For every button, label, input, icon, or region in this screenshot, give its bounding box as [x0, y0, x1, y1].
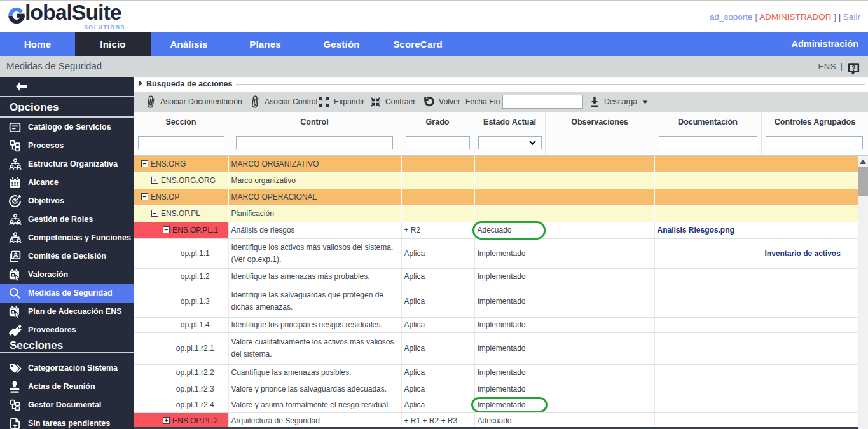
svg-text:?: ? [851, 64, 855, 72]
